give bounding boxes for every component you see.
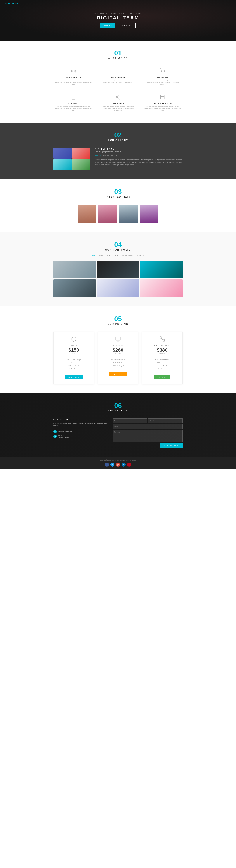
pricing-icon-business <box>101 336 135 343</box>
service-name-responsive: RESPONSIVE LAYOUT <box>144 102 181 104</box>
svg-line-13 <box>117 96 119 97</box>
pricing-tier-basic: BASIC <box>57 345 91 346</box>
social-linkedin-icon[interactable]: in <box>122 463 126 467</box>
portfolio-item-6[interactable] <box>140 279 182 297</box>
pricing-feature-pro-2: 30 Pro Websites <box>145 362 179 365</box>
portfolio-tab-html[interactable]: HTML <box>99 255 104 257</box>
portfolio-item-1[interactable] <box>54 261 96 278</box>
section-02-title: OUR AGENCY <box>11 139 225 142</box>
contact-info-title: CONTACT INFO <box>54 418 107 420</box>
svg-rect-14 <box>161 95 165 99</box>
talk-to-us-button[interactable]: Talk to us <box>117 23 136 28</box>
hero-section: WEB DESIGN / WEB DEVELOPMENT / SOCIAL ME… <box>0 0 236 41</box>
smartphone-icon <box>70 94 77 100</box>
team-member-3 <box>119 205 138 223</box>
service-web-marketing: WEB MARKETING Duis aute irure dolor in r… <box>54 66 94 88</box>
section-01-title: WHAT WE DO <box>11 57 225 59</box>
section-01-number: 01 <box>11 50 225 57</box>
portfolio-item-2[interactable] <box>97 261 139 278</box>
what-we-do-section: 01 WHAT WE DO WEB MARKETING Duis aute ir… <box>0 41 236 123</box>
pricing-feature-basic-4: 24 Hour Support <box>57 368 91 371</box>
portfolio-tab-photoshop[interactable]: PHOTOSHOP <box>107 255 119 257</box>
pricing-feature-pro-1: 500 GB Cloud Storage <box>145 358 179 362</box>
social-twitter-icon[interactable]: t <box>110 463 114 467</box>
portfolio-tab-mobile[interactable]: MOBILE <box>137 255 144 257</box>
svg-rect-7 <box>72 95 75 99</box>
portfolio-item-3[interactable] <box>140 261 182 278</box>
service-ecommerce: ECOMMERCE You can edit and use this temp… <box>142 66 182 88</box>
buy-now-button[interactable]: BUY NOW <box>154 375 170 379</box>
get-it-now-button[interactable]: GET IT NOW <box>65 375 82 379</box>
service-desc-mobile-app: Duis aute irure dolor in reprehenderit i… <box>55 105 92 112</box>
contact-message-input[interactable] <box>113 430 182 442</box>
service-ui-ux: UI & UX DESIGN Digital Team is Free resp… <box>98 66 138 88</box>
section-06-number: 06 <box>11 402 225 409</box>
pricing-feature-basic-3: 16 Secured Emails <box>57 364 91 368</box>
service-desc-ecommerce: You can edit and use this template for y… <box>144 79 181 86</box>
agency-tab-mobile[interactable]: MOBILE <box>103 155 109 156</box>
svg-point-10 <box>116 96 117 98</box>
service-desc-web-marketing: Duis aute irure dolor in reprehenderit i… <box>55 79 92 86</box>
pricing-per-business: per year <box>101 352 135 354</box>
pricing-price-basic: $150 <box>57 348 91 352</box>
hire-us-button[interactable]: Hire us <box>100 23 115 28</box>
service-mobile-app: MOBILE APP Duis aute irure dolor in repr… <box>54 92 94 114</box>
agency-image-3 <box>54 159 71 170</box>
layout-icon <box>159 94 166 100</box>
globe-icon <box>70 68 77 74</box>
pricing-feature-pro-3: Unlimited Emails <box>145 364 179 368</box>
agency-tab-design[interactable]: DESIGN <box>95 155 101 156</box>
social-facebook-icon[interactable]: f <box>105 463 109 467</box>
pricing-feature-pro-4: Live Support <box>145 368 179 371</box>
contact-form: SEND MESSAGE <box>113 418 182 448</box>
pricing-feature-basic-1: 100 GB Cloud Storage <box>57 358 91 362</box>
talk-to-us-pricing-button[interactable]: TALK TO US <box>109 372 127 376</box>
pricing-card-professional: PROFESSIONAL $380 per year 500 GB Cloud … <box>142 332 182 384</box>
section-03-title: TALENTED TEAM <box>11 195 225 198</box>
agency-image-4 <box>72 159 90 170</box>
section-05-number: 05 <box>11 316 225 322</box>
agency-brand: DIGITAL TEAM <box>95 148 182 150</box>
phone-number: +01 234 567 890 <box>58 436 69 438</box>
section-06-title: CONTACT US <box>11 409 225 412</box>
service-name-ui-ux: UI & UX DESIGN <box>100 76 136 78</box>
service-desc-responsive: Duis aute irure dolor in reprehenderit i… <box>144 105 181 112</box>
service-responsive: RESPONSIVE LAYOUT Duis aute irure dolor … <box>142 92 182 114</box>
portfolio-tab-wordpress[interactable]: WORDPRESS <box>122 255 134 257</box>
svg-rect-2 <box>116 69 120 72</box>
social-googleplus-icon[interactable]: g+ <box>116 463 120 467</box>
social-pinterest-icon[interactable]: p <box>127 463 131 467</box>
portfolio-item-5[interactable] <box>97 279 139 297</box>
pricing-per-professional: per year <box>145 352 179 354</box>
phone-label: PHONES <box>58 435 69 436</box>
portfolio-item-4[interactable] <box>54 279 96 297</box>
phone-icon <box>54 435 57 438</box>
section-04-number: 04 <box>11 242 225 248</box>
contact-name-input[interactable] <box>113 418 147 423</box>
svg-point-9 <box>119 95 120 96</box>
hero-title: DIGITAL TEAM <box>94 15 142 21</box>
nav-logo: Digital Team <box>4 2 18 4</box>
pricing-icon-basic <box>57 336 91 343</box>
service-desc-social-media: You can easily change fonts by looking a… <box>100 105 136 112</box>
contact-section: 06 CONTACT US CONTACT INFO Duis aute iru… <box>0 393 236 457</box>
team-section: 03 TALENTED TEAM <box>0 179 236 232</box>
team-member-4 <box>140 205 158 223</box>
email-icon <box>54 430 57 433</box>
svg-point-5 <box>162 73 162 73</box>
pricing-card-basic: BASIC $150 per year 100 GB Cloud Storage… <box>54 332 94 384</box>
team-member-1 <box>78 205 96 223</box>
svg-point-6 <box>164 73 164 73</box>
portfolio-tab-all[interactable]: ALL <box>92 255 95 257</box>
contact-email-input[interactable] <box>148 418 182 423</box>
agency-tab-social[interactable]: SOCIAL <box>111 155 117 156</box>
portfolio-section: 04 OUR PORTFOLIO ALL HTML PHOTOSHOP WORD… <box>0 232 236 306</box>
pricing-tier-business: BUSINESS <box>101 345 135 346</box>
svg-rect-17 <box>116 337 121 340</box>
send-message-button[interactable]: SEND MESSAGE <box>160 443 182 448</box>
monitor-icon <box>115 68 121 74</box>
section-03-number: 03 <box>11 188 225 195</box>
pricing-price-business: $260 <box>101 348 135 352</box>
contact-subject-input[interactable] <box>113 424 182 429</box>
hero-subtitle: WEB DESIGN / WEB DEVELOPMENT / SOCIAL ME… <box>94 12 142 14</box>
